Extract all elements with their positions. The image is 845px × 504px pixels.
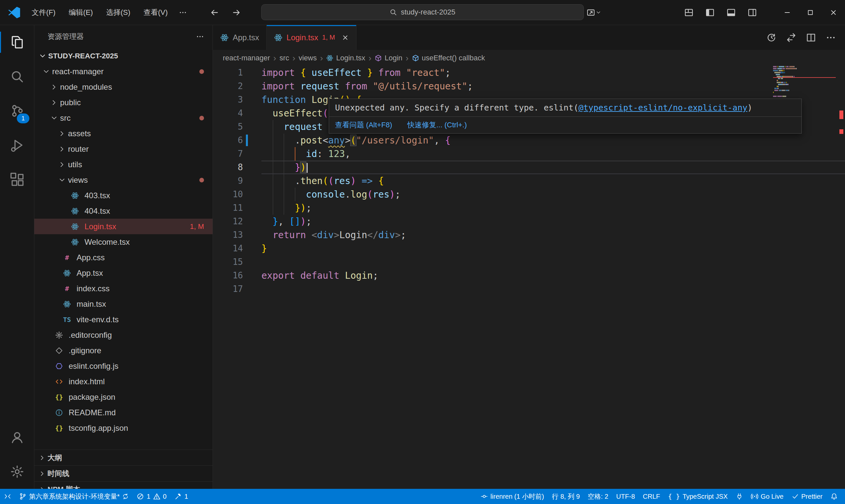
code-line[interactable]: 7 id: 123, [213, 147, 845, 161]
file-row[interactable]: TSvite-env.d.ts [34, 312, 213, 327]
vscode-logo-icon[interactable] [8, 6, 20, 19]
menu-item[interactable]: 查看(V) [137, 0, 174, 25]
activitybar-settings[interactable] [0, 454, 34, 489]
line-number[interactable]: 2 [213, 79, 243, 93]
folder-row[interactable]: assets [34, 126, 213, 141]
activitybar-extensions[interactable] [0, 162, 34, 197]
breadcrumb-item[interactable]: react-manager [223, 54, 270, 62]
folder-row[interactable]: utils [34, 157, 213, 172]
code-line[interactable]: 15 [213, 255, 845, 269]
more-icon[interactable] [826, 33, 836, 42]
status-eol[interactable]: CRLF [639, 489, 664, 504]
menu-overflow-icon[interactable] [174, 8, 191, 17]
status-blame[interactable]: lirenren (1 小时前) [477, 489, 548, 504]
file-row[interactable]: .editorconfig [34, 327, 213, 343]
line-number[interactable]: 10 [213, 188, 243, 201]
eslint-rule-link[interactable]: @typescript-eslint/no-explicit-any [579, 103, 747, 112]
open-changes-icon[interactable] [786, 33, 796, 42]
status-encoding[interactable]: UTF-8 [612, 489, 639, 504]
activitybar-account[interactable] [0, 420, 34, 454]
status-branch[interactable]: 第六章系统架构设计-环境变量* [15, 489, 133, 504]
line-number[interactable]: 4 [213, 107, 243, 120]
line-number[interactable]: 15 [213, 255, 243, 269]
activitybar-explorer[interactable] [0, 25, 34, 59]
sidebar-section[interactable]: 时间线 [34, 465, 213, 481]
tab-login-tsx[interactable]: Login.tsx1, M [267, 25, 356, 50]
sidebar-section[interactable]: 大纲 [34, 450, 213, 465]
sidebar-section[interactable]: NPM 脚本 [34, 481, 213, 489]
status-notifications[interactable] [827, 489, 842, 504]
file-row[interactable]: #App.css [34, 250, 213, 265]
titlebar-toggle-panel[interactable] [723, 3, 739, 22]
close-icon[interactable] [341, 34, 349, 41]
file-row[interactable]: {}tsconfig.app.json [34, 420, 213, 436]
status-problems[interactable]: 10 [133, 489, 170, 504]
folder-row[interactable]: router [34, 141, 213, 157]
file-row[interactable]: eslint.config.js [34, 358, 213, 374]
more-actions-icon[interactable] [196, 33, 204, 40]
history-icon[interactable] [767, 33, 776, 42]
folder-row[interactable]: react-manager [34, 64, 213, 79]
status-language[interactable]: { }TypeScript JSX [664, 489, 732, 504]
workspace-root-row[interactable]: STUDY-REACT-2025 [34, 48, 213, 64]
command-center[interactable]: study-react-2025 [261, 4, 584, 20]
file-row[interactable]: main.tsx [34, 296, 213, 312]
breadcrumb-item[interactable]: Login.tsx [326, 54, 365, 62]
line-number[interactable]: 17 [213, 282, 243, 296]
file-row[interactable]: README.md [34, 405, 213, 420]
code-line[interactable]: 9 .then((res) => { [213, 174, 845, 188]
folder-row[interactable]: node_modules [34, 79, 213, 95]
line-number[interactable]: 11 [213, 201, 243, 215]
breadcrumb-item[interactable]: src [280, 54, 289, 62]
line-number[interactable]: 3 [213, 93, 243, 107]
file-row[interactable]: 403.tsx [34, 188, 213, 203]
file-row[interactable]: index.html [34, 374, 213, 389]
code-line[interactable]: 17 [213, 282, 845, 296]
code-line[interactable]: 6 .post<any>("/users/login", { [213, 133, 845, 147]
minimap[interactable] [773, 66, 836, 100]
line-number[interactable]: 13 [213, 228, 243, 242]
titlebar-toggle-sidebar[interactable] [702, 3, 718, 22]
line-number[interactable]: 12 [213, 215, 243, 228]
line-number[interactable]: 1 [213, 66, 243, 79]
window-close[interactable] [822, 0, 845, 25]
line-number[interactable]: 14 [213, 242, 243, 255]
titlebar-toggle-secondary-sidebar[interactable] [745, 3, 760, 22]
file-row[interactable]: #index.css [34, 281, 213, 296]
status-cursor-position[interactable]: 行 8, 列 9 [548, 489, 584, 504]
code-line[interactable]: 14} [213, 242, 845, 255]
breadcrumb-item[interactable]: Login [375, 54, 402, 62]
line-number[interactable]: 6 [213, 133, 243, 147]
breadcrumb-item[interactable]: useEffect() callback [412, 54, 485, 62]
code-line[interactable]: 1import { useEffect } from "react"; [213, 66, 845, 79]
status-tasks[interactable]: 1 [171, 489, 192, 504]
folder-row[interactable]: views [34, 172, 213, 188]
titlebar-action[interactable] [582, 3, 606, 22]
back-icon[interactable] [210, 8, 219, 17]
status-extension[interactable] [732, 489, 747, 504]
code-line[interactable]: 10 console.log(res); [213, 188, 845, 201]
menu-item[interactable]: 编辑(E) [62, 0, 99, 25]
split-editor-icon[interactable] [806, 33, 816, 42]
line-number[interactable]: 9 [213, 174, 243, 188]
line-number[interactable]: 5 [213, 120, 243, 133]
breadcrumb-item[interactable]: views [299, 54, 317, 62]
line-number[interactable]: 8 [213, 161, 243, 174]
status-go-live[interactable]: Go Live [747, 489, 788, 504]
menu-item[interactable]: 选择(S) [99, 0, 137, 25]
file-row[interactable]: App.tsx [34, 265, 213, 281]
tab-app-tsx[interactable]: App.tsx [213, 25, 267, 50]
file-row[interactable]: 404.tsx [34, 203, 213, 219]
code-line[interactable]: 13 return <div>Login</div>; [213, 228, 845, 242]
menu-item[interactable]: 文件(F) [25, 0, 62, 25]
activitybar-search[interactable] [0, 59, 34, 94]
folder-row[interactable]: public [34, 95, 213, 110]
code-line[interactable]: 12 }, []); [213, 215, 845, 228]
file-row[interactable]: .gitignore [34, 343, 213, 358]
code-line[interactable]: 11 }); [213, 201, 845, 215]
folder-row[interactable]: src [34, 110, 213, 126]
titlebar-customize-layout[interactable] [681, 3, 697, 22]
file-row[interactable]: Welcome.tsx [34, 234, 213, 250]
line-number[interactable]: 16 [213, 269, 243, 282]
status-indentation[interactable]: 空格: 2 [584, 489, 612, 504]
